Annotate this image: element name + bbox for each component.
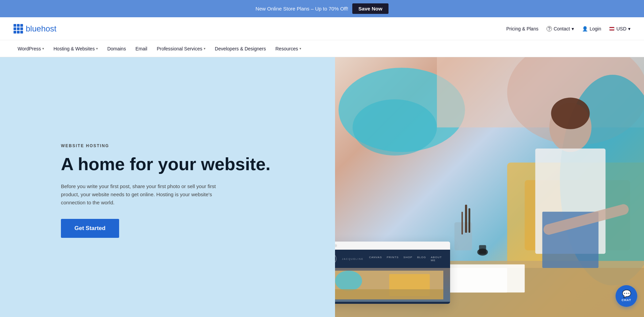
contact-icon: ? (547, 26, 552, 31)
nav-item-domains[interactable]: Domains (103, 40, 130, 57)
flag-icon (609, 27, 615, 31)
login-link[interactable]: 👤 Login (582, 26, 601, 31)
usd-chevron-icon: ▾ (628, 26, 630, 31)
top-banner: New Online Store Plans – Up to 70% Off! … (0, 0, 644, 17)
header-right: Pricing & Plans ? Contact ▾ 👤 Login USD … (506, 26, 630, 31)
pro-services-chevron-icon: ▾ (204, 47, 205, 50)
get-started-button[interactable]: Get Started (61, 219, 119, 238)
chat-button[interactable]: 💬 CHAT (616, 285, 637, 307)
contact-chevron-icon: ▾ (572, 26, 574, 31)
browser-nav-links: CANVAS PRINTS SHOP BLOG ABOUT ME (369, 256, 444, 262)
logo-text: bluehost (26, 24, 57, 33)
browser-content: J JACQUELINE CANVAS PRINTS SHOP BLOG ABO… (335, 250, 450, 304)
hero-section: WEBSITE HOSTING A home for your website.… (0, 57, 644, 317)
chat-label: CHAT (622, 298, 631, 302)
svg-rect-19 (461, 212, 463, 234)
browser-brand-icon: J (335, 254, 337, 264)
nav-item-resources[interactable]: Resources ▾ (271, 40, 305, 57)
svg-rect-21 (479, 245, 486, 254)
hero-eyebrow: WEBSITE HOSTING (61, 143, 315, 148)
nav-item-professional-services[interactable]: Professional Services ▾ (153, 40, 209, 57)
chat-bubble-icon: 💬 (622, 290, 631, 298)
user-icon: 👤 (582, 26, 588, 31)
banner-text: New Online Store Plans – Up to 70% Off! (256, 6, 348, 12)
resources-chevron-icon: ▾ (299, 47, 301, 50)
svg-rect-25 (335, 289, 443, 299)
browser-mockup-nav: J JACQUELINE CANVAS PRINTS SHOP BLOG ABO… (335, 250, 450, 268)
nav-item-hosting[interactable]: Hosting & Websites ▾ (49, 40, 102, 57)
logo[interactable]: bluehost (14, 24, 57, 33)
browser-mockup: J JACQUELINE CANVAS PRINTS SHOP BLOG ABO… (335, 242, 450, 304)
save-now-button[interactable]: Save Now (352, 3, 388, 14)
hero-subtitle: Before you write your first post, share … (61, 182, 223, 207)
svg-rect-17 (465, 205, 467, 233)
hero-left: WEBSITE HOSTING A home for your website.… (0, 57, 335, 317)
svg-point-23 (335, 271, 362, 291)
svg-point-12 (551, 97, 590, 129)
nav-item-email[interactable]: Email (131, 40, 151, 57)
logo-grid-icon (14, 24, 23, 33)
svg-point-1 (352, 99, 437, 156)
hero-title: A home for your website. (61, 154, 315, 175)
pricing-plans-link[interactable]: Pricing & Plans (506, 26, 538, 31)
hosting-chevron-icon: ▾ (96, 47, 98, 50)
usd-selector[interactable]: USD ▾ (609, 26, 630, 31)
browser-mockup-artwork (335, 271, 443, 299)
browser-top-bar (335, 242, 450, 250)
browser-brand-name: JACQUELINE (342, 258, 363, 260)
nav-item-developers[interactable]: Developers & Designers (211, 40, 270, 57)
hero-right: J JACQUELINE CANVAS PRINTS SHOP BLOG ABO… (335, 57, 644, 317)
browser-mockup-image (335, 268, 450, 302)
browser-dot-3 (335, 244, 337, 247)
contact-link[interactable]: ? Contact ▾ (547, 26, 574, 31)
svg-rect-18 (468, 208, 470, 233)
nav-item-wordpress[interactable]: WordPress ▾ (14, 40, 48, 57)
main-nav: WordPress ▾ Hosting & Websites ▾ Domains… (0, 40, 644, 57)
header: bluehost Pricing & Plans ? Contact ▾ 👤 L… (0, 17, 644, 40)
wordpress-chevron-icon: ▾ (42, 47, 44, 50)
